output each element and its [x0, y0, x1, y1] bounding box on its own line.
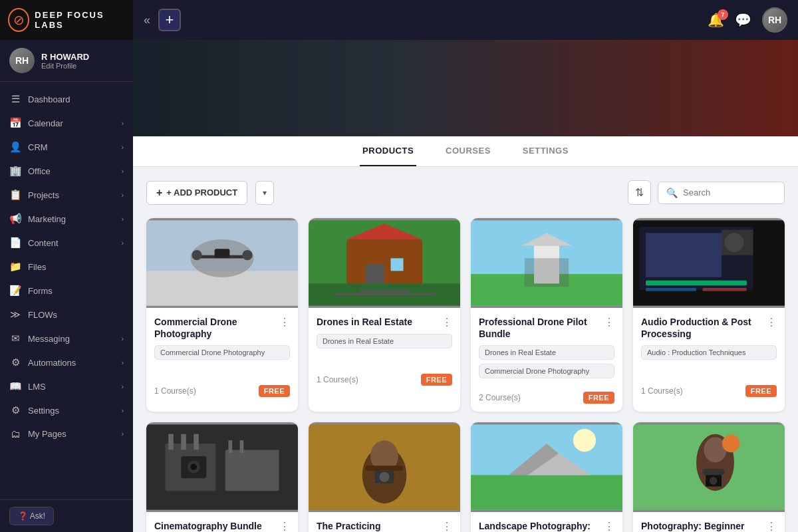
- chevron-right-icon: ›: [122, 192, 124, 199]
- product-card: The Practicing Photographer ⋮ The Practi…: [309, 422, 460, 532]
- product-menu-button[interactable]: ⋮: [442, 520, 452, 532]
- add-product-label: + ADD PRODUCT: [166, 188, 237, 198]
- svg-point-60: [710, 477, 717, 485]
- settings-icon: ⚙: [9, 404, 21, 416]
- chevron-right-icon: ›: [122, 407, 124, 414]
- sidebar-item-automations[interactable]: ⚙ Automations ›: [0, 350, 133, 374]
- sidebar-item-content[interactable]: 📄 Content ›: [0, 231, 133, 255]
- svg-rect-15: [359, 290, 410, 293]
- forms-icon: 📝: [9, 285, 21, 297]
- tab-courses[interactable]: COURSES: [443, 136, 493, 166]
- ask-button[interactable]: ❓ Ask!: [9, 507, 54, 525]
- add-button[interactable]: +: [158, 9, 181, 31]
- sidebar-item-projects[interactable]: 📋 Projects ›: [0, 183, 133, 207]
- product-menu-button[interactable]: ⋮: [442, 316, 452, 329]
- sidebar-item-messaging[interactable]: ✉ Messaging ›: [0, 327, 133, 350]
- sidebar-item-lms[interactable]: 📖 LMS ›: [0, 374, 133, 398]
- product-menu-button[interactable]: ⋮: [604, 520, 614, 532]
- svg-rect-58: [703, 469, 725, 475]
- product-thumbnail: [471, 422, 622, 512]
- chevron-right-icon: ›: [122, 359, 124, 366]
- sidebar-item-label: Files: [28, 262, 46, 272]
- content-icon: 📄: [9, 237, 21, 249]
- messages-button[interactable]: 💬: [735, 12, 751, 28]
- product-title: Audio Production & Post Processing: [641, 316, 766, 340]
- sidebar-item-label: Messaging: [28, 334, 70, 344]
- chevron-right-icon: ›: [122, 383, 124, 390]
- sidebar-logo: DEEP FOCUS LABS: [0, 0, 133, 40]
- add-product-button[interactable]: + + ADD PRODUCT: [146, 181, 247, 205]
- office-icon: 🏢: [9, 165, 21, 177]
- sidebar-item-office[interactable]: 🏢 Office ›: [0, 159, 133, 183]
- sidebar-item-dashboard[interactable]: ☰ Dashboard: [0, 87, 133, 111]
- sidebar-item-settings[interactable]: ⚙ Settings ›: [0, 398, 133, 422]
- sidebar-item-label: Dashboard: [28, 94, 70, 104]
- product-menu-button[interactable]: ⋮: [604, 316, 614, 329]
- product-tag: Commercial Drone Photography: [479, 364, 614, 378]
- add-product-dropdown[interactable]: ▾: [255, 181, 274, 205]
- app-name: DEEP FOCUS LABS: [35, 10, 125, 30]
- svg-rect-27: [646, 281, 747, 286]
- products-section: + + ADD PRODUCT ▾ ⇅ 🔍: [133, 167, 798, 532]
- crm-icon: 👤: [9, 141, 21, 153]
- product-card: Commercial Drone Photography ⋮ Commercia…: [146, 218, 298, 412]
- main-content: « + 🔔 7 💬 RH: [133, 0, 798, 532]
- products-grid: Commercial Drone Photography ⋮ Commercia…: [146, 218, 785, 532]
- product-tags: Drones in Real Estate Commercial Drone P…: [479, 345, 614, 378]
- product-thumbnail: [633, 218, 785, 308]
- product-card: Photography: Beginner Series ⋮ Introduct…: [633, 422, 785, 532]
- marketing-icon: 📢: [9, 213, 21, 225]
- search-input[interactable]: [683, 188, 776, 198]
- product-tags: Audio : Production Techniques: [641, 345, 777, 372]
- edit-profile-link[interactable]: Edit Profile: [41, 62, 89, 70]
- price-badge: FREE: [745, 385, 777, 397]
- svg-rect-49: [471, 475, 622, 510]
- sidebar-item-marketing[interactable]: 📢 Marketing ›: [0, 207, 133, 231]
- svg-rect-32: [225, 450, 279, 491]
- product-thumbnail: [309, 422, 460, 512]
- sidebar-item-label: FLOWs: [28, 310, 57, 320]
- lms-icon: 📖: [9, 380, 21, 392]
- sidebar-item-my-pages[interactable]: 🗂 My Pages ›: [0, 422, 133, 446]
- tab-settings[interactable]: SETTINGS: [520, 136, 571, 166]
- svg-point-26: [725, 233, 744, 252]
- svg-rect-45: [366, 466, 404, 471]
- sidebar-item-files[interactable]: 📁 Files: [0, 255, 133, 279]
- sidebar-item-label: Content: [28, 238, 59, 248]
- sidebar-item-forms[interactable]: 📝 Forms: [0, 279, 133, 303]
- product-menu-button[interactable]: ⋮: [279, 316, 290, 329]
- calendar-icon: 📅: [9, 117, 21, 129]
- product-menu-button[interactable]: ⋮: [766, 316, 777, 329]
- tab-products[interactable]: PRODUCTS: [360, 136, 416, 166]
- user-avatar-button[interactable]: RH: [762, 7, 787, 33]
- hero-banner: [133, 40, 798, 136]
- course-count: 1 Course(s): [641, 386, 683, 396]
- sidebar: DEEP FOCUS LABS RH R HOWARD Edit Profile…: [0, 0, 133, 532]
- sidebar-item-label: Forms: [28, 286, 53, 296]
- product-thumbnail: [633, 422, 785, 512]
- sidebar-item-calendar[interactable]: 📅 Calendar ›: [0, 111, 133, 135]
- collapse-sidebar-button[interactable]: «: [144, 13, 150, 27]
- product-card: Audio Production & Post Processing ⋮ Aud…: [633, 218, 785, 412]
- product-title: The Practicing Photographer: [317, 520, 442, 532]
- sidebar-item-label: My Pages: [28, 429, 66, 439]
- sidebar-item-label: Marketing: [28, 214, 66, 224]
- notification-button[interactable]: 🔔 7: [708, 12, 724, 28]
- logo-icon: [8, 8, 29, 32]
- svg-rect-16: [334, 293, 435, 296]
- sidebar-item-flows[interactable]: ≫ FLOWs: [0, 303, 133, 327]
- filter-button[interactable]: ⇅: [628, 180, 651, 205]
- product-menu-button[interactable]: ⋮: [766, 520, 777, 532]
- profile-name: R HOWARD: [41, 52, 89, 62]
- svg-point-6: [192, 250, 201, 260]
- messaging-icon: ✉: [9, 332, 21, 344]
- product-menu-button[interactable]: ⋮: [279, 520, 290, 532]
- price-badge: FREE: [421, 374, 452, 386]
- sidebar-nav: ☰ Dashboard 📅 Calendar › 👤 CRM › 🏢 Offic…: [0, 82, 133, 499]
- chevron-right-icon: ›: [122, 120, 124, 127]
- topbar: « + 🔔 7 💬 RH: [133, 0, 798, 40]
- chevron-right-icon: ›: [122, 239, 124, 247]
- sidebar-item-crm[interactable]: 👤 CRM ›: [0, 135, 133, 159]
- plus-icon: +: [156, 187, 162, 199]
- product-thumbnail: [471, 218, 622, 308]
